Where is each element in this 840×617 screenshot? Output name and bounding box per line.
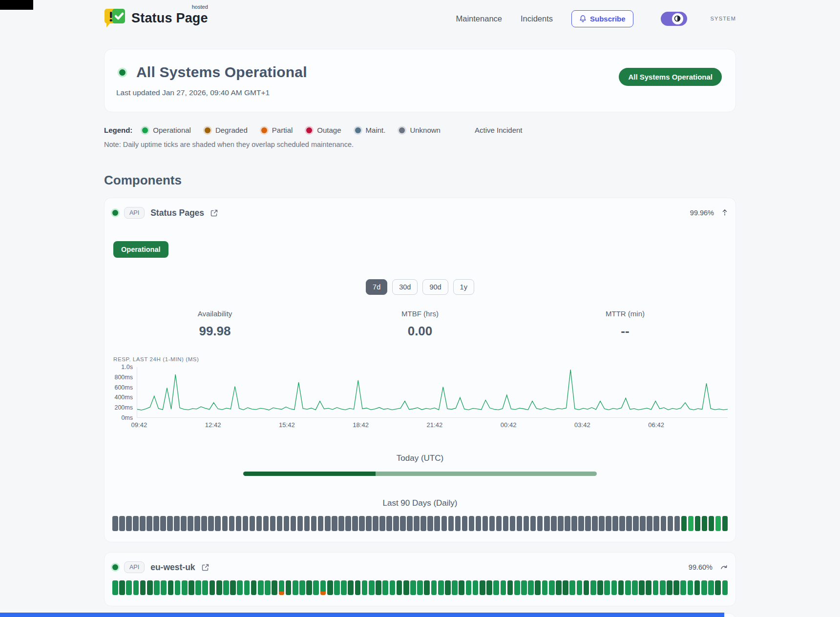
uptime-tick[interactable] <box>585 516 591 531</box>
uptime-tick[interactable] <box>119 516 125 531</box>
uptime-tick[interactable] <box>434 516 440 531</box>
uptime-tick[interactable] <box>189 580 194 595</box>
uptime-tick[interactable] <box>462 516 468 531</box>
uptime-tick[interactable] <box>722 516 728 531</box>
uptime-tick[interactable] <box>208 516 214 531</box>
uptime-tick[interactable] <box>431 580 437 595</box>
uptime-tick[interactable] <box>653 516 659 531</box>
uptime-tick[interactable] <box>201 516 207 531</box>
range-button-30d[interactable]: 30d <box>392 279 418 295</box>
expand-arrow-icon[interactable] <box>720 564 728 570</box>
uptime-tick[interactable] <box>688 516 694 531</box>
uptime-tick[interactable] <box>236 516 242 531</box>
uptime-tick[interactable] <box>140 516 146 531</box>
uptime-tick[interactable] <box>640 516 646 531</box>
uptime-tick[interactable] <box>386 516 392 531</box>
uptime-tick[interactable] <box>695 516 701 531</box>
uptime-tick[interactable] <box>424 580 430 595</box>
uptime-tick[interactable] <box>569 580 575 595</box>
uptime-tick[interactable] <box>420 516 426 531</box>
uptime-tick[interactable] <box>181 516 187 531</box>
uptime-tick[interactable] <box>417 580 423 595</box>
uptime-tick[interactable] <box>661 516 667 531</box>
uptime-tick[interactable] <box>244 580 250 595</box>
uptime-tick[interactable] <box>112 516 118 531</box>
uptime-tick[interactable] <box>452 580 458 595</box>
uptime-tick[interactable] <box>493 580 499 595</box>
uptime-tick[interactable] <box>647 516 652 531</box>
uptime-tick[interactable] <box>524 516 529 531</box>
uptime-tick[interactable] <box>251 580 257 595</box>
uptime-tick[interactable] <box>722 580 728 595</box>
external-link-icon[interactable] <box>210 209 218 217</box>
uptime-tick[interactable] <box>633 516 639 531</box>
uptime-tick[interactable] <box>376 580 381 595</box>
uptime-tick[interactable] <box>694 580 700 595</box>
uptime-tick[interactable] <box>382 580 388 595</box>
uptime-tick[interactable] <box>688 580 693 595</box>
uptime-tick[interactable] <box>277 516 283 531</box>
uptime-tick[interactable] <box>611 580 617 595</box>
uptime-tick[interactable] <box>318 516 324 531</box>
uptime-tick[interactable] <box>427 516 433 531</box>
uptime-tick[interactable] <box>397 580 402 595</box>
uptime-tick[interactable] <box>237 580 243 595</box>
uptime-tick[interactable] <box>168 580 174 595</box>
nav-incidents[interactable]: Incidents <box>521 14 553 23</box>
uptime-tick[interactable] <box>338 516 344 531</box>
uptime-tick[interactable] <box>489 516 495 531</box>
external-link-icon[interactable] <box>201 563 210 572</box>
uptime-tick[interactable] <box>216 580 222 595</box>
uptime-tick[interactable] <box>379 516 385 531</box>
uptime-tick[interactable] <box>327 580 333 595</box>
uptime-tick[interactable] <box>455 516 461 531</box>
uptime-tick[interactable] <box>702 516 708 531</box>
uptime-tick[interactable] <box>403 580 409 595</box>
uptime-tick[interactable] <box>448 516 454 531</box>
uptime-tick[interactable] <box>119 580 125 595</box>
uptime-tick[interactable] <box>332 516 337 531</box>
uptime-tick[interactable] <box>501 580 506 595</box>
uptime-tick[interactable] <box>167 516 173 531</box>
uptime-tick[interactable] <box>393 516 399 531</box>
uptime-tick[interactable] <box>530 516 536 531</box>
uptime-tick[interactable] <box>284 516 290 531</box>
uptime-tick[interactable] <box>126 580 132 595</box>
uptime-tick[interactable] <box>709 516 714 531</box>
uptime-tick[interactable] <box>147 580 153 595</box>
uptime-tick[interactable] <box>715 516 721 531</box>
brand[interactable]: hosted Status Page <box>104 7 208 30</box>
uptime-tick[interactable] <box>175 580 181 595</box>
uptime-tick[interactable] <box>272 580 277 595</box>
uptime-tick[interactable] <box>210 580 215 595</box>
uptime-tick[interactable] <box>445 580 451 595</box>
uptime-tick[interactable] <box>563 580 568 595</box>
uptime-tick[interactable] <box>537 516 543 531</box>
uptime-tick[interactable] <box>584 580 589 595</box>
uptime-tick[interactable] <box>510 516 516 531</box>
uptime-tick[interactable] <box>297 516 303 531</box>
uptime-tick[interactable] <box>626 516 632 531</box>
uptime-tick[interactable] <box>558 516 564 531</box>
uptime-tick[interactable] <box>592 516 598 531</box>
uptime-tick[interactable] <box>258 580 264 595</box>
uptime-tick[interactable] <box>708 580 714 595</box>
uptime-tick[interactable] <box>612 516 618 531</box>
uptime-tick[interactable] <box>599 516 605 531</box>
uptime-tick[interactable] <box>625 580 631 595</box>
uptime-tick[interactable] <box>256 516 262 531</box>
uptime-tick[interactable] <box>222 516 228 531</box>
uptime-tick[interactable] <box>265 580 271 595</box>
uptime-tick[interactable] <box>565 516 570 531</box>
uptime-tick[interactable] <box>304 516 310 531</box>
uptime-tick[interactable] <box>313 580 319 595</box>
uptime-tick[interactable] <box>667 580 672 595</box>
uptime-tick[interactable] <box>469 516 475 531</box>
uptime-tick[interactable] <box>542 580 548 595</box>
uptime-tick[interactable] <box>362 580 368 595</box>
uptime-tick[interactable] <box>291 516 296 531</box>
uptime-tick[interactable] <box>306 580 312 595</box>
uptime-tick[interactable] <box>160 516 166 531</box>
uptime-tick[interactable] <box>147 516 152 531</box>
uptime-tick[interactable] <box>549 580 555 595</box>
